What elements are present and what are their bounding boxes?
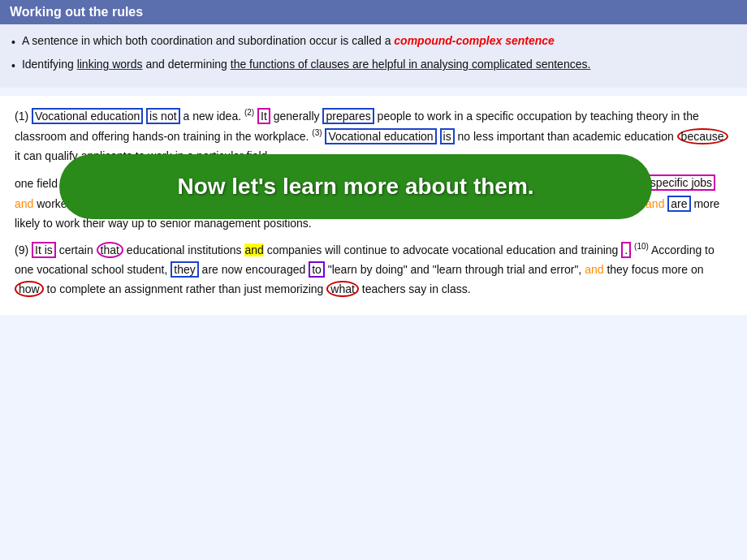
that-oval-2: that — [97, 242, 123, 258]
oval-text: Now let's learn more about them. — [177, 167, 533, 206]
because-oval: because — [677, 128, 728, 144]
rule-1-text: A sentence in which both coordination an… — [22, 32, 555, 50]
functions-text: the functions of clauses are helpful in … — [231, 58, 591, 71]
rule-2-text: Identifying linking words and determinin… — [22, 56, 590, 73]
they-box: they — [171, 261, 198, 278]
bullet-1: • — [11, 34, 15, 51]
rule-item-2: • Identifying linking words and determin… — [11, 56, 736, 75]
what-oval: what — [326, 281, 359, 297]
and-highlight-4: and — [585, 263, 603, 276]
rules-section: • A sentence in which both coordination … — [0, 24, 747, 88]
how-oval: how — [15, 281, 44, 297]
is-not-box: is not — [146, 108, 179, 124]
page-container: Working out the rules • A sentence in wh… — [0, 0, 747, 560]
paragraph-3: (9) It is certain that educational insti… — [15, 239, 732, 299]
encouraged-end-box: to — [309, 261, 325, 278]
is-box: is — [440, 128, 455, 144]
header: Working out the rules — [0, 0, 747, 24]
it-is-box: It is — [32, 242, 56, 258]
header-title: Working out the rules — [10, 5, 143, 19]
rule-item-1: • A sentence in which both coordination … — [11, 32, 736, 51]
and-yellow-1: and — [244, 243, 263, 256]
voc-edu-2-box: Vocational education — [325, 128, 436, 144]
bullet-2: • — [11, 58, 15, 75]
linking-words: linking words — [77, 58, 143, 71]
vocational-education-box: Vocational education — [32, 108, 143, 124]
are-box: are — [667, 196, 690, 212]
green-oval-banner: Now let's learn more about them. — [59, 154, 652, 219]
prepares-box: prepares — [322, 108, 374, 124]
text-body: (1) Vocational education is not a new id… — [15, 106, 732, 299]
training-end-box: . — [621, 242, 631, 258]
it-box: It — [257, 108, 270, 124]
and-highlight-1: and — [15, 197, 33, 210]
main-content: (1) Vocational education is not a new id… — [0, 96, 747, 315]
compound-complex-label: compound-complex sentence — [394, 34, 555, 47]
